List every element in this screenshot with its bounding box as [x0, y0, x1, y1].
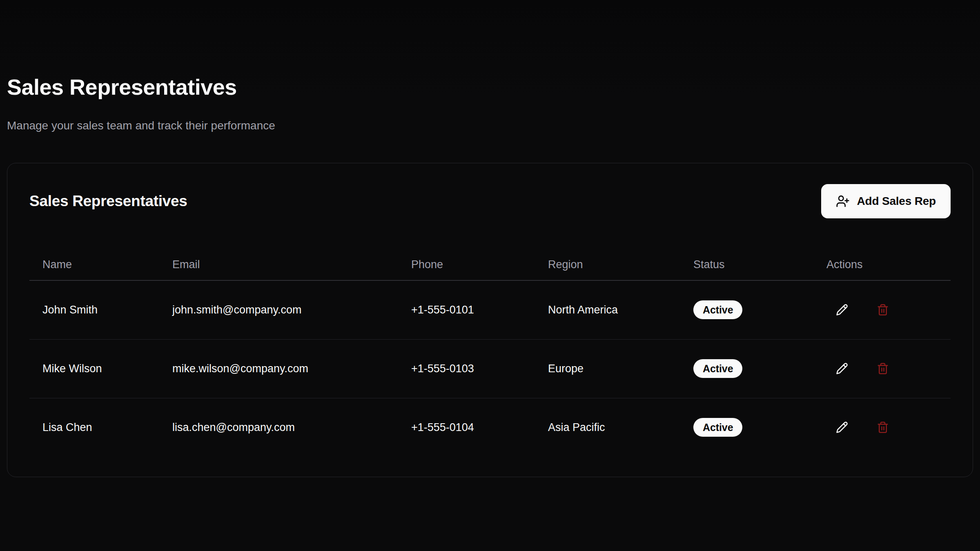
- add-sales-rep-button[interactable]: Add Sales Rep: [821, 184, 951, 218]
- status-badge: Active: [693, 359, 742, 378]
- column-header-phone: Phone: [398, 249, 535, 280]
- pencil-icon: [836, 304, 848, 316]
- trash-icon: [877, 421, 889, 433]
- cell-email: mike.wilson@company.com: [159, 339, 398, 398]
- page-subtitle: Manage your sales team and track their p…: [7, 118, 973, 134]
- cell-status: Active: [680, 280, 813, 339]
- column-header-name: Name: [29, 249, 159, 280]
- cell-phone: +1-555-0101: [398, 280, 535, 339]
- sales-reps-table: Name Email Phone Region Status Actions J…: [29, 249, 951, 457]
- edit-button[interactable]: [831, 357, 853, 380]
- status-badge: Active: [693, 300, 742, 319]
- add-button-label: Add Sales Rep: [857, 195, 936, 208]
- pencil-icon: [836, 421, 848, 433]
- card-header: Sales Representatives Add Sales Rep: [29, 184, 951, 218]
- column-header-status: Status: [680, 249, 813, 280]
- cell-region: Asia Pacific: [535, 398, 680, 457]
- table-row: John Smith john.smith@company.com +1-555…: [29, 280, 951, 339]
- trash-icon: [877, 362, 889, 375]
- cell-name: John Smith: [29, 280, 159, 339]
- cell-status: Active: [680, 339, 813, 398]
- trash-icon: [877, 304, 889, 316]
- column-header-actions: Actions: [813, 249, 951, 280]
- column-header-region: Region: [535, 249, 680, 280]
- cell-region: North America: [535, 280, 680, 339]
- edit-button[interactable]: [831, 416, 853, 439]
- cell-region: Europe: [535, 339, 680, 398]
- cell-name: Lisa Chen: [29, 398, 159, 457]
- card-title: Sales Representatives: [29, 193, 187, 210]
- pencil-icon: [836, 362, 848, 375]
- delete-button[interactable]: [871, 416, 894, 439]
- cell-actions: [813, 339, 951, 398]
- cell-email: lisa.chen@company.com: [159, 398, 398, 457]
- table-row: Mike Wilson mike.wilson@company.com +1-5…: [29, 339, 951, 398]
- sales-reps-card: Sales Representatives Add Sales Rep Name: [7, 163, 973, 477]
- cell-name: Mike Wilson: [29, 339, 159, 398]
- column-header-email: Email: [159, 249, 398, 280]
- cell-actions: [813, 280, 951, 339]
- delete-button[interactable]: [871, 298, 894, 321]
- cell-status: Active: [680, 398, 813, 457]
- edit-button[interactable]: [831, 298, 853, 321]
- cell-actions: [813, 398, 951, 457]
- delete-button[interactable]: [871, 357, 894, 380]
- status-badge: Active: [693, 418, 742, 437]
- table-row: Lisa Chen lisa.chen@company.com +1-555-0…: [29, 398, 951, 457]
- cell-email: john.smith@company.com: [159, 280, 398, 339]
- page-title: Sales Representatives: [7, 0, 973, 101]
- cell-phone: +1-555-0104: [398, 398, 535, 457]
- cell-phone: +1-555-0103: [398, 339, 535, 398]
- user-plus-icon: [836, 194, 850, 208]
- page: Sales Representatives Manage your sales …: [7, 0, 973, 477]
- table-header-row: Name Email Phone Region Status Actions: [29, 249, 951, 280]
